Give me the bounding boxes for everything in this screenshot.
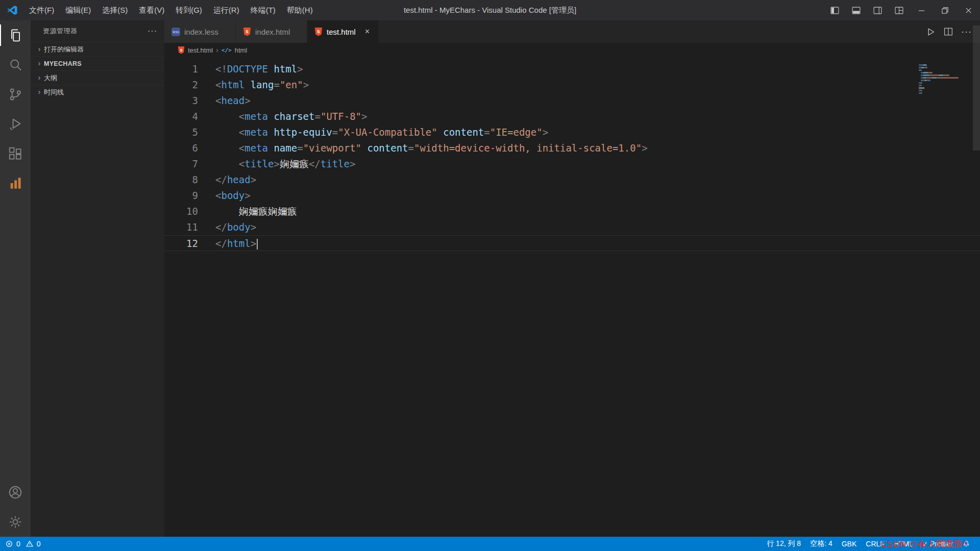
line-content: 娴嬭瘯娴嬭瘯 [198,204,297,219]
tabs-container: lessindex.less5index.html5test.html× [164,20,379,43]
editor-group: lessindex.less5index.html5test.html× ···… [164,20,980,537]
tab-index.less[interactable]: lessindex.less [164,20,236,43]
minimap-line [919,74,968,76]
toggle-panel-icon[interactable] [845,0,867,20]
activity-bar [0,20,31,537]
code-line[interactable]: 8</head> [164,172,980,188]
run-debug-icon [8,116,23,132]
code-line[interactable]: 7 <title>娴嬭瘯</title> [164,156,980,172]
breadcrumb-symbol[interactable]: html [235,46,248,54]
menu-item-2[interactable]: 选择(S) [96,0,133,20]
line-content: </body> [198,219,256,235]
notifications-button[interactable] [958,540,975,548]
code-line[interactable]: 5 <meta http-equiv="X-UA-Compatible" con… [164,124,980,140]
tab-label: test.html [327,28,356,36]
status-item-2[interactable]: GBK [837,540,862,548]
code-line[interactable]: 12</html> [164,235,980,251]
breadcrumb: 5 test.html › </> html [164,43,980,57]
code-line[interactable]: 1<!DOCTYPE html> [164,61,980,77]
line-number: 11 [164,219,198,235]
minimize-button[interactable] [910,0,933,20]
sidebar-section-0[interactable]: ›打开的编辑器 [31,42,164,56]
explorer-more-actions-icon[interactable]: ··· [148,27,157,36]
menu-item-6[interactable]: 终端(T) [245,0,281,20]
chevron-right-icon: › [35,59,44,67]
restore-button[interactable] [933,0,957,20]
status-item-0[interactable]: 行 12, 列 8 [762,539,805,548]
line-content: <meta name="viewport" content="width=dev… [198,140,648,156]
minimap-line [919,92,968,94]
chevron-right-icon: › [35,73,44,82]
line-number: 6 [164,140,198,156]
code-line[interactable]: 2<html lang="en"> [164,77,980,93]
menu-item-4[interactable]: 转到(G) [170,0,208,20]
line-content: <title>娴嬭瘯</title> [198,156,355,172]
problems-status[interactable]: 0 0 [0,540,44,548]
minimap-line [919,87,968,89]
line-content: </head> [198,172,256,188]
settings-button[interactable] [0,507,31,537]
close-tab-icon[interactable]: × [365,27,370,36]
activity-charts-button[interactable] [0,168,31,198]
minimap-line [919,82,968,84]
account-button[interactable] [0,478,31,507]
status-items: 行 12, 列 8空格: 4GBKCRLFHTML [762,539,918,548]
split-editor-button[interactable] [944,27,953,36]
line-content: <body> [198,188,251,204]
warning-icon [26,540,34,548]
extensions-icon [8,146,23,161]
activity-explorer-button[interactable] [0,20,31,50]
customize-layout-icon[interactable] [888,0,910,20]
tab-label: index.html [255,28,290,36]
more-actions-button[interactable]: ··· [961,27,972,37]
status-item-1[interactable]: 空格: 4 [805,539,837,548]
html-symbol-icon: </> [222,47,232,54]
sidebar-section-2[interactable]: ›大纲 [31,70,164,85]
text-cursor [257,239,258,249]
toggle-secondary-sidebar-icon[interactable] [867,0,888,20]
sidebar-section-3[interactable]: ›时间线 [31,85,164,99]
code-line[interactable]: 3<head> [164,93,980,109]
source-control-icon [8,87,23,102]
minimap-line [919,72,968,73]
sidebar-section-1[interactable]: ›MYECHARS [31,56,164,70]
line-number: 2 [164,77,198,93]
code-line[interactable]: 10 娴嬭瘯娴嬭瘯 [164,204,980,219]
minimap[interactable] [919,64,968,95]
html-file-icon: 5 [314,28,323,36]
activity-extensions-button[interactable] [0,139,31,168]
formatter-status[interactable]: ✓Prettier [918,540,958,548]
status-bar-right: 行 12, 列 8空格: 4GBKCRLFHTML ✓Prettier [762,539,980,548]
breadcrumb-file[interactable]: test.html [188,46,213,54]
code-line[interactable]: 4 <meta charset="UTF-8"> [164,109,980,124]
close-button[interactable] [957,0,980,20]
toggle-sidebar-icon[interactable] [824,0,845,20]
activity-search-button[interactable] [0,50,31,80]
line-number: 4 [164,109,198,124]
run-file-button[interactable] [926,27,936,37]
activity-run-debug-button[interactable] [0,109,31,139]
menu-item-3[interactable]: 查看(V) [133,0,170,20]
code-line[interactable]: 11</body> [164,219,980,235]
code-area[interactable]: 1<!DOCTYPE html>2<html lang="en">3<head>… [164,57,980,251]
tab-test.html[interactable]: 5test.html× [307,20,379,43]
explorer-sidebar: 资源管理器 ··· ›打开的编辑器›MYECHARS›大纲›时间线 [31,20,164,537]
scrollbar-thumb[interactable] [973,26,980,151]
menu-item-1[interactable]: 编辑(E) [60,0,96,20]
editor-scrollbar[interactable] [973,20,980,537]
check-icon: ✓ [922,540,928,548]
code-line[interactable]: 9<body> [164,188,980,204]
activity-source-control-button[interactable] [0,80,31,109]
menu-item-7[interactable]: 帮助(H) [281,0,318,20]
title-bar: 文件(F)编辑(E)选择(S)查看(V)转到(G)运行(R)终端(T)帮助(H)… [0,0,980,20]
tab-index.html[interactable]: 5index.html [236,20,307,43]
sidebar-section-label: 时间线 [44,88,64,97]
menu-item-5[interactable]: 运行(R) [208,0,245,20]
less-file-icon: less [172,28,180,36]
html-file-icon: 5 [178,46,185,54]
status-item-4[interactable]: HTML [889,540,918,548]
error-count: 0 [16,540,20,548]
code-line[interactable]: 6 <meta name="viewport" content="width=d… [164,140,980,156]
status-item-3[interactable]: CRLF [861,540,889,548]
menu-item-0[interactable]: 文件(F) [23,0,60,20]
